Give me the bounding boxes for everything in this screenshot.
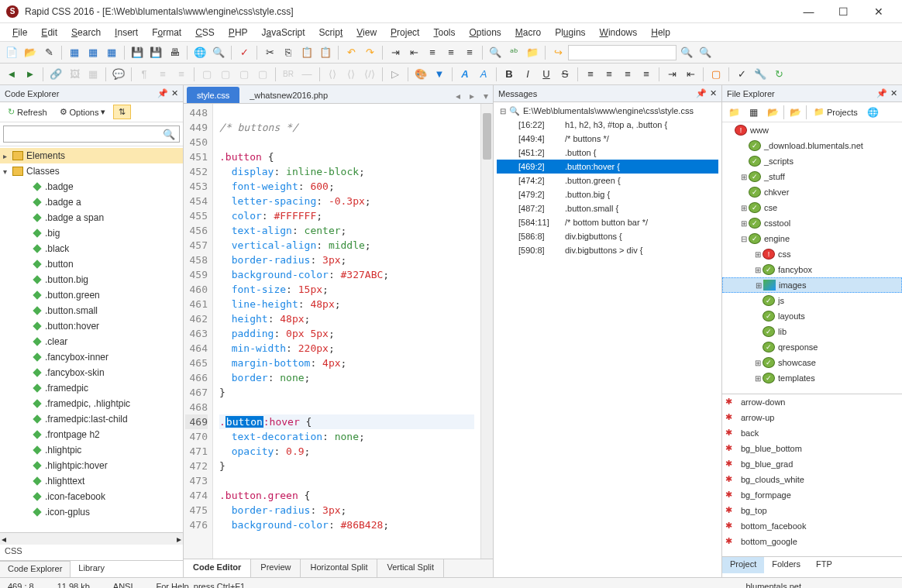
tree-class-item[interactable]: .badge a span (0, 210, 183, 225)
folder-row[interactable]: ⊞✓_stuff (722, 169, 902, 184)
menu-edit[interactable]: Edit (35, 26, 64, 40)
folder-row[interactable]: ⊟✓engine (722, 231, 902, 246)
clipboard-icon[interactable]: 📋 (317, 44, 334, 61)
file-row[interactable]: ✱bottom_facebook (722, 518, 902, 534)
code-editor[interactable]: 4484494504514524534544554564574584594604… (184, 104, 493, 559)
validate-icon[interactable]: ✓ (733, 66, 750, 83)
find-next-icon[interactable]: 🔍 (678, 44, 695, 61)
file-row[interactable]: ✱bg_blue_grad (722, 456, 902, 472)
message-item[interactable]: [590:8]div.bigbuttons > div { (497, 243, 718, 257)
menu-view[interactable]: View (350, 26, 383, 40)
tree-class-item[interactable]: .hlightpic:hover (0, 458, 183, 473)
tab-folders[interactable]: Folders (764, 557, 808, 573)
br-icon[interactable]: BR (280, 66, 297, 83)
menu-script[interactable]: Script (313, 26, 349, 40)
menu-project[interactable]: Project (384, 26, 425, 40)
link-icon[interactable]: 🔗 (47, 66, 64, 83)
input-icon[interactable]: ▢ (254, 66, 271, 83)
tree-class-item[interactable]: .badge a (0, 194, 183, 210)
indent2-icon[interactable]: ⇥ (663, 66, 680, 83)
menu-search[interactable]: Search (65, 26, 107, 40)
nav-right-icon[interactable]: ▷ (387, 66, 404, 83)
folder-row[interactable]: ⊞✓showcase (722, 355, 902, 370)
file-row[interactable]: ✱bg_formpage (722, 487, 902, 503)
view-icon[interactable]: ▦ (745, 105, 762, 120)
paste-icon[interactable]: 📋 (298, 44, 315, 61)
menu-format[interactable]: Format (146, 26, 188, 40)
tab-next-icon[interactable]: ▸ (465, 89, 479, 103)
folder-row[interactable]: ✓_download.blumentals.net (722, 138, 902, 153)
tree-class-item[interactable]: .clear (0, 334, 183, 349)
edit-icon[interactable]: ✎ (40, 44, 57, 61)
preview-icon[interactable]: 🔍 (210, 44, 227, 61)
chat-icon[interactable]: 💬 (110, 66, 127, 83)
underline-icon[interactable]: U (538, 66, 555, 83)
align-center-icon[interactable]: ≡ (601, 66, 618, 83)
redo-icon[interactable]: ↷ (361, 44, 378, 61)
minimize-button[interactable]: — (791, 1, 826, 22)
cut-icon[interactable]: ✂ (261, 44, 278, 61)
image-icon[interactable]: 🖼 (66, 66, 83, 83)
refresh-button[interactable]: ↻ Refresh (3, 105, 52, 119)
goto-icon[interactable]: ↪ (549, 44, 566, 61)
tree-class-item[interactable]: .icon-facebook (0, 489, 183, 504)
close-panel-icon[interactable]: ✕ (171, 88, 178, 98)
tree-class-item[interactable]: .icon-gplus (0, 504, 183, 520)
menu-plugins[interactable]: Plugins (549, 26, 591, 40)
tree-class-item[interactable]: .hlightpic (0, 442, 183, 458)
tag1-icon[interactable]: ⟨⟩ (324, 66, 341, 83)
table-icon[interactable]: ▦ (84, 66, 102, 83)
menu-insert[interactable]: Insert (108, 26, 144, 40)
gradient-icon[interactable]: ▼ (431, 66, 448, 83)
close-panel-icon[interactable]: ✕ (710, 88, 717, 98)
up-icon[interactable]: 📂 (764, 105, 781, 120)
bold-icon[interactable]: B (501, 66, 518, 83)
copy-icon[interactable]: ⎘ (280, 44, 297, 61)
hr-icon[interactable]: — (298, 66, 315, 83)
outdent-icon[interactable]: ⇤ (405, 44, 422, 61)
font2-icon[interactable]: A (475, 66, 492, 83)
tab-library[interactable]: Library (71, 561, 112, 577)
pin-icon[interactable]: 📌 (157, 88, 168, 98)
menu-file[interactable]: File (6, 26, 33, 40)
folder-row[interactable]: ⊞✓fancybox (722, 262, 902, 277)
tree-class-item[interactable]: .button.big (0, 272, 183, 287)
span-icon[interactable]: ▢ (217, 66, 234, 83)
menu-php[interactable]: PHP (222, 26, 254, 40)
folder-row[interactable]: ⊞images (722, 277, 902, 293)
div-icon[interactable]: ▢ (198, 66, 215, 83)
globe-icon[interactable]: 🌐 (865, 105, 882, 120)
find-files-icon[interactable]: 📁 (524, 44, 541, 61)
tab-code-editor[interactable]: Code Editor (184, 559, 251, 577)
explorer-search-input[interactable] (3, 126, 180, 143)
folder-row[interactable]: ✓qresponse (722, 339, 902, 355)
tab-menu-icon[interactable]: ▾ (479, 89, 493, 103)
tree-class-item[interactable]: .badge (0, 179, 183, 194)
numlist-icon[interactable]: ≡ (173, 66, 190, 83)
tree-class-item[interactable]: .framedpic:last-child (0, 411, 183, 427)
tab-project[interactable]: Project (722, 557, 764, 573)
file-row[interactable]: ✱bottom_google (722, 534, 902, 549)
tree-class-item[interactable]: .fancybox-inner (0, 349, 183, 365)
message-item[interactable]: [584:11]/* bottom button bar */ (497, 215, 718, 229)
sort-icon[interactable]: ⇅ (113, 105, 131, 119)
tree-classes[interactable]: ▾ Classes (0, 163, 183, 179)
folder-row[interactable]: !www (722, 122, 902, 138)
para-icon[interactable]: ¶ (136, 66, 153, 83)
tree-class-item[interactable]: .button.small (0, 303, 183, 318)
color-icon[interactable]: 🎨 (412, 66, 429, 83)
folder-row[interactable]: ✓js (722, 293, 902, 308)
file-row[interactable]: ✱bg_blue_bottom (722, 441, 902, 456)
tree-class-item[interactable]: .black (0, 241, 183, 256)
tree-class-item[interactable]: .frontpage h2 (0, 427, 183, 442)
message-item[interactable]: [474:2].button.green { (497, 174, 718, 187)
tree-elements[interactable]: ▸ Elements (0, 148, 183, 163)
menu-options[interactable]: Options (463, 26, 507, 40)
menu-tools[interactable]: Tools (427, 26, 461, 40)
close-button[interactable]: ✕ (861, 1, 896, 22)
find-icon[interactable]: 🔍 (487, 44, 504, 61)
indent-icon[interactable]: ⇥ (387, 44, 404, 61)
tab-ftp[interactable]: FTP (808, 557, 840, 573)
folder-row[interactable]: ⊞✓csstool (722, 215, 902, 231)
js-icon[interactable]: ▦ (103, 44, 120, 61)
